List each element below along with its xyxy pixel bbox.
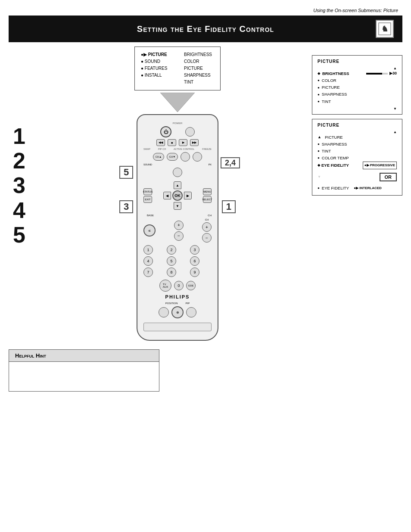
pip-ch-button[interactable]: CH▼ — [167, 153, 178, 161]
brand-label: PHILIPS — [143, 294, 212, 299]
mode-row: CH▲ CH▼ — [143, 152, 212, 162]
number-grid: 1 2 3 4 5 6 7 8 9 — [143, 245, 212, 277]
position-button[interactable] — [159, 307, 169, 317]
svg-marker-2 — [160, 93, 195, 112]
step-badge-3: 3 — [119, 200, 133, 213]
step-4: 4 — [13, 198, 43, 223]
dpad-section: STATUS EXIT ▲ ▼ ◀ ▶ OK MENU SELECT — [143, 179, 212, 212]
step-numbers: 1 2 3 4 5 — [9, 47, 43, 341]
num-5[interactable]: 5 — [167, 256, 176, 266]
step-badge-2-4: 2,4 — [221, 157, 240, 168]
svg-text:♞: ♞ — [381, 25, 389, 33]
hint-section: Helpful Hint — [9, 349, 159, 392]
panel1-picture: ●PICTURE — [318, 84, 397, 91]
menu-item-picture: ●▶ PICTURE — [141, 51, 175, 58]
sound-px-labels: SOUNDPX — [143, 163, 212, 166]
menu-color: COLOR — [184, 58, 212, 65]
title-icon: ♞ — [376, 20, 394, 38]
stop-button[interactable]: ■ — [168, 139, 176, 146]
step-badge-1: 1 — [222, 200, 236, 213]
status-button[interactable]: STATUS — [143, 188, 152, 195]
num-8[interactable]: 8 — [167, 268, 176, 277]
menu-sel-button[interactable]: MENU — [203, 188, 212, 195]
step-1: 1 — [13, 124, 43, 149]
vol-ch-row: « + − CH + − — [143, 218, 212, 243]
screen-panel-1: PICTURE ▲ ◆ BRIGHTNESS ▶30 ●COLOR ●PICTU… — [312, 55, 402, 115]
bottom-special-row: TVAUX 0 GDE — [143, 280, 212, 292]
menu-item-features: ● FEATURES — [141, 65, 175, 72]
ffwd-button[interactable]: ▶▶ — [190, 139, 199, 146]
ch-up[interactable]: + — [202, 222, 212, 232]
panel1-brightness: ◆ BRIGHTNESS ▶30 — [318, 70, 397, 77]
panel2-tint: ●TINT — [318, 148, 397, 155]
scroll-indicator-1: ▼ — [318, 107, 397, 111]
num-6[interactable]: 6 — [190, 256, 199, 266]
panel1-tint: ●TINT — [318, 98, 397, 105]
panel2-picture: ▲PICTURE — [318, 134, 397, 141]
panel-2-title: PICTURE — [318, 123, 397, 128]
step-2: 2 — [13, 149, 43, 173]
ch-controls: CH + − — [202, 218, 212, 243]
pos-pip-labels: POSITIONPIP — [143, 302, 212, 305]
menu-col-right: BRIGHTNESS COLOR PICTURE SHARPNESS TINT — [184, 51, 212, 86]
rewind-button[interactable]: ◀◀ — [156, 139, 165, 146]
active-ctrl-button[interactable] — [181, 152, 190, 162]
vol-ch-labels: BASE CH — [143, 214, 212, 217]
standby-button[interactable]: ⏻ — [160, 126, 171, 137]
step-3: 3 — [13, 173, 43, 198]
main-content: 1 2 3 4 5 ●▶ PICTURE ● SOUND ● FEATURES — [0, 42, 411, 345]
swap-button[interactable]: CH▲ — [153, 153, 164, 161]
mode-labels: SWAPPIP CHACTIVE CONTROLFREEZE — [143, 148, 212, 150]
page-title: Setting the Eye Fidelity Control — [35, 24, 376, 34]
scroll-up-1: ▲ — [318, 66, 397, 70]
vol-down[interactable]: − — [174, 231, 184, 241]
hint-title: Helpful Hint — [9, 349, 159, 361]
power-on-button[interactable] — [185, 127, 195, 137]
menu-tint: TINT — [184, 79, 212, 86]
pip-center-button[interactable]: ⊕ — [171, 306, 184, 318]
num-0[interactable]: 0 — [174, 281, 184, 290]
step-badge-5: 5 — [119, 166, 133, 179]
dpad-left[interactable]: ◀ — [163, 192, 171, 199]
status-buttons: STATUS EXIT — [143, 188, 152, 203]
guide-button[interactable]: GDE — [186, 281, 196, 290]
menu-brightness: BRIGHTNESS — [184, 51, 212, 58]
sound-button[interactable] — [173, 168, 182, 177]
panel2-eye-fidelity-inter: ● EYE FIDELITY ●▶ INTERLACED — [318, 185, 397, 192]
vol-up[interactable]: + — [174, 221, 184, 230]
panel2-sharpness: ●SHARPNESS — [318, 141, 397, 148]
panel2-color-temp: ●COLOR TEMP — [318, 155, 397, 162]
num-7[interactable]: 7 — [143, 268, 153, 277]
menu-buttons: MENU SELECT — [203, 188, 212, 203]
back-button[interactable]: « — [143, 224, 156, 236]
num-9[interactable]: 9 — [190, 268, 199, 277]
center-area: ●▶ PICTURE ● SOUND ● FEATURES ● INSTALL … — [47, 47, 308, 341]
num-2[interactable]: 2 — [167, 245, 176, 255]
power-row: POWER — [143, 122, 212, 124]
num-4[interactable]: 4 — [143, 256, 153, 266]
dpad-up[interactable]: ▲ — [174, 181, 181, 189]
dpad-down[interactable]: ▼ — [174, 202, 181, 210]
exit-button[interactable]: EXIT — [143, 196, 152, 203]
panel2-eye-fidelity-prog: ◆EYE FIDELITY ●▶ PROGRESSIVE — [318, 162, 397, 169]
pip-button[interactable] — [186, 307, 196, 317]
select-button[interactable]: SELECT — [203, 196, 212, 203]
tv-aux-button[interactable]: TVAUX — [159, 280, 171, 292]
dpad-center[interactable]: OK — [172, 190, 183, 201]
scroll-up-2: ▲ — [318, 130, 397, 134]
dpad-right[interactable]: ▶ — [184, 192, 192, 199]
menu-item-install: ● INSTALL — [141, 72, 175, 79]
panel2-or-section: ▼ OR — [318, 171, 397, 183]
dpad: ▲ ▼ ◀ ▶ OK — [162, 180, 193, 211]
freeze-button[interactable] — [193, 152, 202, 162]
arrow-triangle — [152, 93, 203, 114]
page-header: Using the On-screen Submenus: Picture — [0, 0, 411, 16]
num-1[interactable]: 1 — [143, 245, 153, 255]
card-slot — [143, 323, 212, 331]
step-5: 5 — [13, 223, 43, 247]
ch-down[interactable]: − — [202, 233, 212, 243]
menu-col-left: ●▶ PICTURE ● SOUND ● FEATURES ● INSTALL — [141, 51, 175, 86]
play-button[interactable]: ▶ — [179, 139, 187, 146]
num-3[interactable]: 3 — [190, 245, 199, 255]
remote-container: 5 2,4 3 1 POWER ⏻ — [137, 114, 218, 341]
